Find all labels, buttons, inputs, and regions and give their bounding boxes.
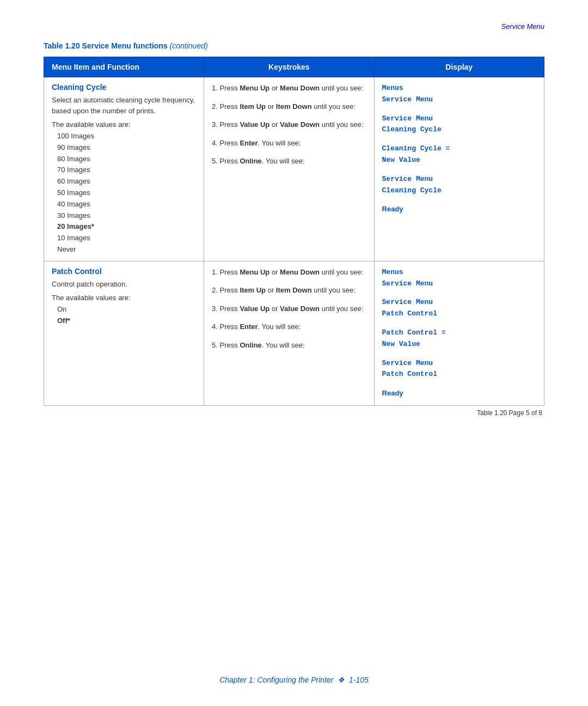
display-line: Service Menu (382, 94, 536, 106)
table-title-continued: (continued) (170, 41, 208, 50)
menu-value-item: 40 Images (57, 199, 196, 210)
display-cell-patch-control: MenusService MenuService MenuPatch Contr… (374, 261, 544, 405)
display-line: Patch Control (382, 308, 536, 320)
page-container: Service Menu Table 1.20 Service Menu fun… (0, 0, 588, 449)
table-row-cleaning-cycle: Cleaning CycleSelect an automatic cleani… (44, 77, 544, 261)
keystroke-step-1: 1. Press Menu Up or Menu Down until you … (212, 267, 366, 278)
display-line: Cleaning Cycle (382, 185, 536, 197)
main-table: Menu Item and Function Keystrokes Displa… (44, 57, 544, 406)
display-line: Patch Control (382, 369, 536, 380)
display-line: Patch Control = (382, 327, 536, 339)
display-entry-4: Service MenuPatch Control (382, 358, 536, 381)
display-entry-5: Ready (382, 204, 536, 216)
display-line: Cleaning Cycle = (382, 143, 536, 155)
table-pagination: Table 1.20 Page 5 of 8 (44, 409, 544, 417)
keystroke-step-4: 4. Press Enter. You will see: (212, 321, 366, 332)
menu-item-values-patch-control: OnOff* (57, 304, 196, 327)
keystroke-step-1: 1. Press Menu Up or Menu Down until you … (212, 83, 366, 94)
menu-value-item: On (57, 304, 196, 315)
menu-value-item: 30 Images (57, 210, 196, 222)
table-row-patch-control: Patch ControlControl patch operation.The… (44, 261, 544, 405)
menu-item-name-cleaning-cycle: Cleaning Cycle (52, 83, 196, 92)
menu-value-item: 20 Images* (57, 221, 196, 233)
menu-item-values-cleaning-cycle: 100 Images90 Images80 Images70 Images60 … (57, 131, 196, 255)
menu-item-name-patch-control: Patch Control (52, 267, 196, 276)
display-line: Cleaning Cycle (382, 124, 536, 136)
col-header-keystrokes: Keystrokes (204, 57, 374, 77)
display-line: Service Menu (382, 113, 536, 125)
display-cell-cleaning-cycle: MenusService MenuService MenuCleaning Cy… (374, 77, 544, 261)
menu-item-desc-cleaning-cycle: Select an automatic cleaning cycle frequ… (52, 95, 196, 116)
menu-value-item: 10 Images (57, 233, 196, 244)
table-title: Table 1.20 Service Menu functions (conti… (44, 41, 544, 50)
display-line: New Value (382, 339, 536, 350)
keystrokes-cell-patch-control: 1. Press Menu Up or Menu Down until you … (204, 261, 374, 405)
menu-item-cell-cleaning-cycle: Cleaning CycleSelect an automatic cleani… (44, 77, 204, 261)
menu-item-cell-patch-control: Patch ControlControl patch operation.The… (44, 261, 204, 405)
keystroke-step-2: 2. Press Item Up or Item Down until you … (212, 101, 366, 112)
menu-value-item: 60 Images (57, 176, 196, 187)
display-line: Menus (382, 83, 536, 94)
col-header-menu: Menu Item and Function (44, 57, 204, 77)
menu-value-item: 90 Images (57, 142, 196, 154)
keystroke-step-4: 4. Press Enter. You will see: (212, 138, 366, 149)
display-entry-1: MenusService Menu (382, 83, 536, 106)
table-header-row: Menu Item and Function Keystrokes Displa… (44, 57, 544, 77)
display-ready: Ready (382, 205, 403, 213)
display-line: New Value (382, 155, 536, 166)
display-entry-3: Patch Control =New Value (382, 327, 536, 350)
keystroke-step-5: 5. Press Online. You will see: (212, 156, 366, 167)
page-footer: Chapter 1: Configuring the Printer ❖ 1-1… (0, 675, 588, 684)
keystroke-step-2: 2. Press Item Up or Item Down until you … (212, 285, 366, 296)
page-header: Service Menu (44, 22, 544, 31)
footer-chapter: Chapter 1: Configuring the Printer ❖ 1-1… (219, 675, 369, 684)
col-header-display: Display (374, 57, 544, 77)
table-title-text: Table 1.20 Service Menu functions (44, 41, 168, 50)
menu-value-item: 50 Images (57, 187, 196, 199)
display-entry-1: MenusService Menu (382, 267, 536, 290)
menu-item-values-label-cleaning-cycle: The available values are: (52, 120, 196, 129)
display-entry-2: Service MenuCleaning Cycle (382, 113, 536, 136)
display-line: Service Menu (382, 358, 536, 369)
section-title: Service Menu (501, 22, 544, 31)
display-line: Menus (382, 267, 536, 278)
display-ready: Ready (382, 389, 403, 397)
display-entry-4: Service MenuCleaning Cycle (382, 174, 536, 197)
menu-value-item: 70 Images (57, 165, 196, 176)
display-entry-5: Ready (382, 388, 536, 400)
keystroke-step-3: 3. Press Value Up or Value Down until yo… (212, 303, 366, 314)
display-line: Service Menu (382, 174, 536, 185)
display-line: Service Menu (382, 278, 536, 290)
menu-value-item: 80 Images (57, 154, 196, 165)
keystrokes-cell-cleaning-cycle: 1. Press Menu Up or Menu Down until you … (204, 77, 374, 261)
display-entry-3: Cleaning Cycle =New Value (382, 143, 536, 166)
menu-value-item: Never (57, 244, 196, 255)
display-entry-2: Service MenuPatch Control (382, 297, 536, 320)
menu-item-desc-patch-control: Control patch operation. (52, 279, 196, 290)
menu-value-item: Off* (57, 315, 196, 327)
menu-value-item: 100 Images (57, 131, 196, 142)
keystroke-step-5: 5. Press Online. You will see: (212, 340, 366, 351)
menu-item-values-label-patch-control: The available values are: (52, 294, 196, 302)
display-line: Service Menu (382, 297, 536, 308)
keystroke-step-3: 3. Press Value Up or Value Down until yo… (212, 119, 366, 130)
